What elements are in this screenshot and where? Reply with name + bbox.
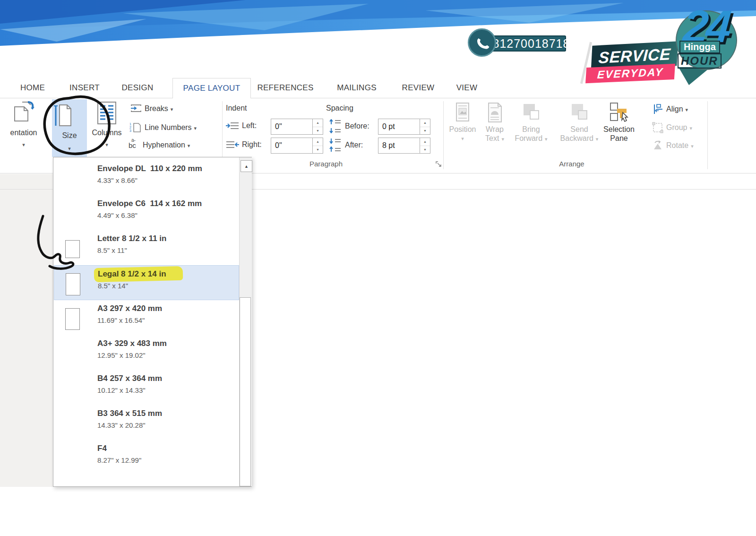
- indent-right-stepper[interactable]: [313, 138, 323, 154]
- size-option-legal-selected[interactable]: Legal 8 1/2 x 14 in 8.5" x 14": [54, 265, 239, 300]
- bring-forward-button[interactable]: Bring Forward: [511, 102, 551, 144]
- spacing-after-field[interactable]: 8 pt: [378, 138, 430, 154]
- stepper-down-icon[interactable]: [313, 127, 323, 135]
- indent-left-icon: [226, 121, 239, 130]
- indent-right-field[interactable]: 0": [271, 138, 323, 154]
- tab-page-layout[interactable]: PAGE LAYOUT: [172, 78, 251, 98]
- group-icon: [652, 122, 663, 133]
- stepper-down-icon[interactable]: [420, 127, 430, 135]
- paragraph-dialog-launcher-icon[interactable]: [436, 161, 442, 168]
- document-margin-area: [0, 174, 53, 487]
- stepper-up-icon[interactable]: [420, 138, 430, 146]
- align-button[interactable]: Align: [653, 104, 688, 114]
- wrap-text-label-2: Text: [479, 134, 510, 144]
- orientation-label: entation: [4, 129, 43, 137]
- stepper-up-icon[interactable]: [313, 119, 323, 127]
- position-icon: [455, 102, 470, 123]
- size-option-envelope-c6[interactable]: Envelope C6 114 x 162 mm 4.49" x 6.38": [54, 195, 239, 230]
- selection-pane-label-1: Selection: [592, 125, 646, 134]
- scrollbar-up-button[interactable]: [241, 160, 252, 172]
- tab-references[interactable]: REFERENCES: [257, 78, 314, 98]
- orientation-dropdown-arrow[interactable]: [4, 140, 43, 148]
- tab-home[interactable]: HOME: [14, 78, 51, 98]
- orientation-button[interactable]: entation: [4, 100, 43, 148]
- size-option-a3plus[interactable]: A3+ 329 x 483 mm 12.95" x 19.02": [54, 335, 239, 370]
- spacing-after-icon: [329, 138, 341, 152]
- tab-insert[interactable]: INSERT: [64, 78, 105, 98]
- breaks-button[interactable]: Breaks: [130, 104, 173, 113]
- indent-right-value[interactable]: 0": [271, 138, 313, 154]
- selection-pane-icon: [609, 102, 629, 123]
- tab-design[interactable]: DESIGN: [116, 78, 159, 98]
- tab-review[interactable]: REVIEW: [398, 78, 438, 98]
- indent-left-value[interactable]: 0": [271, 119, 313, 135]
- indent-right-row: Right:: [226, 140, 262, 149]
- selection-pane-button[interactable]: Selection Pane: [592, 102, 646, 143]
- size-icon: [52, 103, 73, 130]
- svg-text:2: 2: [129, 126, 131, 129]
- spacing-before-value[interactable]: 0 pt: [378, 119, 420, 135]
- phone-badge-circle: [468, 28, 496, 57]
- wrap-text-icon: [487, 102, 503, 123]
- line-numbers-button[interactable]: 123 Line Numbers: [129, 122, 197, 133]
- size-button[interactable]: Size: [52, 99, 87, 157]
- indent-left-stepper[interactable]: [313, 119, 323, 135]
- spacing-before-field[interactable]: 0 pt: [378, 119, 430, 135]
- phone-number-badge: 081270018718: [490, 35, 566, 52]
- size-option-b3[interactable]: B3 364 x 515 mm 14.33" x 20.28": [54, 405, 239, 440]
- arrange-group-label: Arrange: [520, 160, 624, 168]
- tab-mailings[interactable]: MAILINGS: [332, 78, 381, 98]
- size-option-envelope-dl[interactable]: Envelope DL 110 x 220 mm 4.33" x 8.66": [54, 160, 239, 195]
- group-separator: [707, 101, 708, 169]
- spacing-title: Spacing: [326, 104, 353, 112]
- spacing-before-label: Before:: [345, 122, 369, 130]
- spacing-after-row: After:: [329, 138, 363, 152]
- align-label: Align: [666, 105, 688, 113]
- size-option-f4[interactable]: F4 8.27" x 12.99": [54, 440, 239, 475]
- size-option-subtitle: 8.5" x 11": [97, 246, 127, 254]
- columns-dropdown-arrow[interactable]: [89, 140, 125, 148]
- ribbon-tab-strip: HOME INSERT DESIGN PAGE LAYOUT REFERENCE…: [0, 78, 756, 98]
- paper-size-icon: [65, 240, 80, 258]
- dropdown-scrollbar-thumb[interactable]: [240, 297, 251, 486]
- stepper-down-icon[interactable]: [420, 146, 430, 154]
- size-dropdown-arrow[interactable]: [52, 144, 87, 152]
- indent-left-label: Left:: [242, 121, 257, 130]
- columns-button[interactable]: Columns: [89, 100, 125, 148]
- indent-left-field[interactable]: 0": [271, 119, 323, 135]
- spacing-after-value[interactable]: 8 pt: [378, 138, 420, 154]
- stepper-up-icon[interactable]: [420, 119, 430, 127]
- stepper-down-icon[interactable]: [313, 146, 323, 154]
- size-option-title: Letter 8 1/2 x 11 in: [97, 234, 166, 243]
- group-button[interactable]: Group: [652, 122, 692, 133]
- line-numbers-icon: 123: [129, 122, 142, 133]
- paper-size-icon: [66, 273, 80, 295]
- bring-forward-icon: [522, 102, 541, 123]
- position-button[interactable]: Position: [447, 102, 478, 142]
- spacing-before-stepper[interactable]: [420, 119, 430, 135]
- spacing-after-stepper[interactable]: [420, 138, 430, 154]
- tab-view[interactable]: VIEW: [451, 78, 482, 98]
- breaks-icon: [130, 104, 142, 113]
- stepper-up-icon[interactable]: [313, 138, 323, 146]
- indent-right-label: Right:: [242, 140, 262, 149]
- size-option-subtitle: 10.12" x 14.33": [97, 386, 146, 394]
- indent-left-row: Left:: [226, 121, 257, 130]
- size-option-letter[interactable]: Letter 8 1/2 x 11 in 8.5" x 11": [54, 230, 239, 265]
- phone-number: 081270018718: [486, 37, 570, 51]
- size-option-title: B4 257 x 364 mm: [97, 374, 162, 383]
- size-option-a3[interactable]: A3 297 x 420 mm 11.69" x 16.54": [54, 300, 239, 335]
- size-option-subtitle: 8.5" x 14": [98, 282, 128, 290]
- group-separator: [443, 101, 444, 169]
- group-label: Group: [666, 123, 692, 132]
- hyphenation-button[interactable]: a- bc Hyphenation: [129, 141, 190, 149]
- rotate-button[interactable]: Rotate: [652, 140, 694, 151]
- wrap-text-label-1: Wrap: [479, 125, 510, 134]
- service-banner-text: SERVICE: [598, 44, 671, 67]
- size-option-b4[interactable]: B4 257 x 364 mm 10.12" x 14.33": [54, 370, 239, 405]
- size-option-subtitle: 14.33" x 20.28": [97, 421, 146, 429]
- size-option-title: A3+ 329 x 483 mm: [97, 339, 167, 348]
- spacing-after-label: After:: [345, 141, 363, 149]
- wrap-text-button[interactable]: Wrap Text: [479, 102, 510, 144]
- size-option-subtitle: 11.69" x 16.54": [97, 316, 145, 324]
